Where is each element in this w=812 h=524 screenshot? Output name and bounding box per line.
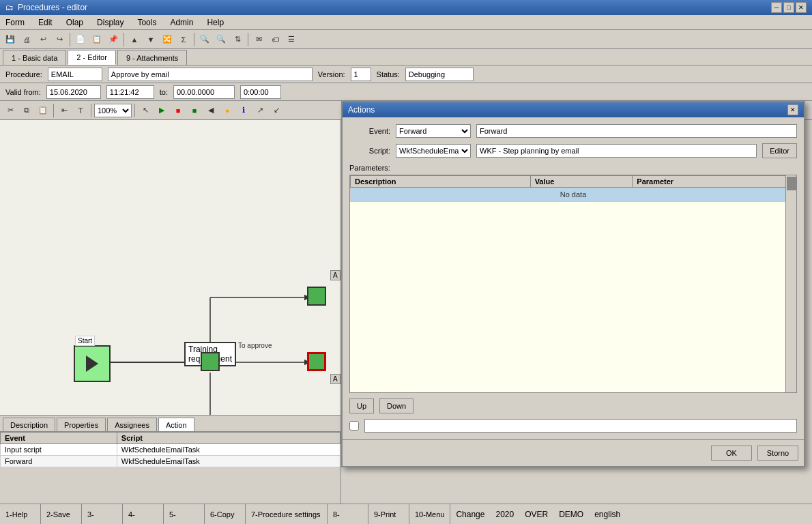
menu-admin[interactable]: Admin — [167, 16, 196, 29]
canvas-panel[interactable]: Start Trainingrequirement A To approve A — [0, 120, 340, 415]
tab-basic-data[interactable]: 1 - Basic data — [3, 50, 66, 65]
script-display-input[interactable] — [476, 144, 757, 158]
status-print[interactable]: 9-Print — [368, 504, 409, 524]
shrink-tool[interactable]: ↙ — [269, 103, 284, 118]
select-tool[interactable]: ↖ — [138, 103, 153, 118]
status-3[interactable]: 3- — [82, 504, 123, 524]
play-tool[interactable]: ▶ — [154, 103, 169, 118]
status-5[interactable]: 5- — [164, 504, 205, 524]
undo-tool[interactable]: ↩ — [35, 32, 50, 47]
date-to-input[interactable] — [173, 85, 235, 99]
menu-tool[interactable]: ☰ — [284, 32, 299, 47]
menu-bar: Form Edit Olap Display Tools Admin Help — [0, 15, 812, 30]
scrollbar-thumb[interactable] — [787, 177, 796, 190]
status-help[interactable]: 1-Help — [0, 504, 41, 524]
valid-from-label: Valid from: — [5, 88, 41, 96]
maximize-button[interactable]: □ — [783, 2, 794, 13]
sep4 — [248, 33, 248, 46]
status-menu[interactable]: 10-Menu — [409, 504, 450, 524]
version-input[interactable] — [351, 68, 371, 81]
checkbox-text-input[interactable] — [364, 419, 797, 433]
procedure-code-input[interactable] — [48, 68, 102, 81]
zoom-select[interactable]: 100% 75% 50% 150% — [94, 104, 132, 117]
app-icon: 🗂 — [5, 3, 14, 12]
col-event: Event — [1, 433, 117, 444]
status-8[interactable]: 8- — [328, 504, 368, 524]
tab-description[interactable]: Description — [3, 418, 55, 431]
back-tool[interactable]: ◀ — [203, 103, 218, 118]
actions-dialog[interactable]: Actions ✕ Event: Forward Input script Sc… — [341, 101, 805, 467]
status-proc-settings[interactable]: 7-Procedure settings — [246, 504, 328, 524]
green-tool[interactable]: ■ — [187, 103, 202, 118]
params-scrollbar[interactable] — [785, 175, 796, 392]
down-tool[interactable]: ▼ — [143, 32, 158, 47]
cut-tool[interactable]: ✂ — [3, 103, 18, 118]
mail-tool[interactable]: ✉ — [251, 32, 266, 47]
menu-form[interactable]: Form — [3, 16, 27, 29]
menu-display[interactable]: Display — [94, 16, 126, 29]
status-change: Change — [456, 510, 484, 519]
filter-tool[interactable]: 🔍 — [214, 32, 229, 47]
save-tool[interactable]: 💾 — [3, 32, 18, 47]
status-4[interactable]: 4- — [123, 504, 164, 524]
menu-olap[interactable]: Olap — [63, 16, 86, 29]
status-save[interactable]: 2-Save — [41, 504, 82, 524]
copy-tool2[interactable]: ⧉ — [19, 103, 34, 118]
ok-button[interactable]: OK — [711, 446, 752, 461]
tab-assignees[interactable]: Assignees — [107, 418, 157, 431]
up-button[interactable]: Up — [349, 398, 374, 413]
status-input[interactable] — [405, 68, 474, 81]
title-bar-left: 🗂 Procedures - editor — [5, 3, 87, 12]
tab-properties[interactable]: Properties — [57, 418, 106, 431]
status-copy[interactable]: 6-Copy — [205, 504, 246, 524]
table-row[interactable]: Input script WkfScheduleEmailTask — [1, 444, 340, 456]
expand-tool[interactable]: ↗ — [252, 103, 267, 118]
tab-editor[interactable]: 2 - Editor — [68, 50, 116, 65]
tab-attachments[interactable]: 9 - Attachments — [117, 50, 187, 65]
editor-button[interactable]: Editor — [762, 143, 797, 158]
new-tool[interactable]: 📄 — [73, 32, 88, 47]
step-node-top[interactable] — [307, 287, 326, 306]
step-node-training[interactable] — [201, 352, 220, 371]
search-tool[interactable]: 🔍 — [197, 32, 212, 47]
close-button[interactable]: ✕ — [796, 2, 807, 13]
text-tool[interactable]: T — [73, 103, 88, 118]
sort-tool[interactable]: ⇅ — [230, 32, 245, 47]
dialog-checkbox[interactable] — [349, 421, 359, 431]
procedure-name-input[interactable] — [108, 68, 313, 81]
top-tabs-row: 1 - Basic data 2 - Editor 9 - Attachment… — [0, 49, 812, 66]
time-to-input[interactable] — [240, 85, 281, 99]
start-node[interactable] — [74, 345, 111, 382]
menu-edit[interactable]: Edit — [35, 16, 55, 29]
info-tool[interactable]: ℹ — [236, 103, 251, 118]
tag-tool[interactable]: 🏷 — [267, 32, 282, 47]
wf-tool[interactable]: 🔀 — [160, 32, 175, 47]
minimize-button[interactable]: ─ — [771, 2, 782, 13]
script-row: Script: WkfScheduleEmailTa Editor — [349, 143, 797, 158]
indent-tool[interactable]: ⇤ — [57, 103, 72, 118]
step-node-approve[interactable] — [307, 352, 326, 371]
down-button[interactable]: Down — [379, 398, 414, 413]
storno-button[interactable]: Storno — [757, 446, 798, 461]
up-tool[interactable]: ▲ — [127, 32, 142, 47]
script-select[interactable]: WkfScheduleEmailTa — [396, 144, 471, 158]
table-row[interactable]: Forward WkfScheduleEmailTask — [1, 456, 340, 467]
time-from-input[interactable] — [106, 85, 154, 99]
tab-action[interactable]: Action — [158, 418, 194, 431]
event-select[interactable]: Forward Input script — [396, 124, 471, 138]
orange-tool[interactable]: ● — [220, 103, 235, 118]
redo-tool[interactable]: ↪ — [52, 32, 67, 47]
start-label: Start — [75, 336, 95, 346]
copy-tool[interactable]: 📋 — [89, 32, 104, 47]
paste-tool2[interactable]: 📋 — [35, 103, 50, 118]
event-display-input[interactable] — [476, 124, 797, 138]
menu-tools[interactable]: Tools — [134, 16, 159, 29]
dialog-close-button[interactable]: ✕ — [787, 104, 798, 115]
date-from-input[interactable] — [46, 85, 101, 99]
stop-tool[interactable]: ■ — [171, 103, 186, 118]
menu-help[interactable]: Help — [204, 16, 227, 29]
sigma-tool[interactable]: Σ — [176, 32, 191, 47]
col-value: Value — [530, 176, 633, 188]
paste-tool[interactable]: 📌 — [106, 32, 121, 47]
print-tool[interactable]: 🖨 — [19, 32, 34, 47]
